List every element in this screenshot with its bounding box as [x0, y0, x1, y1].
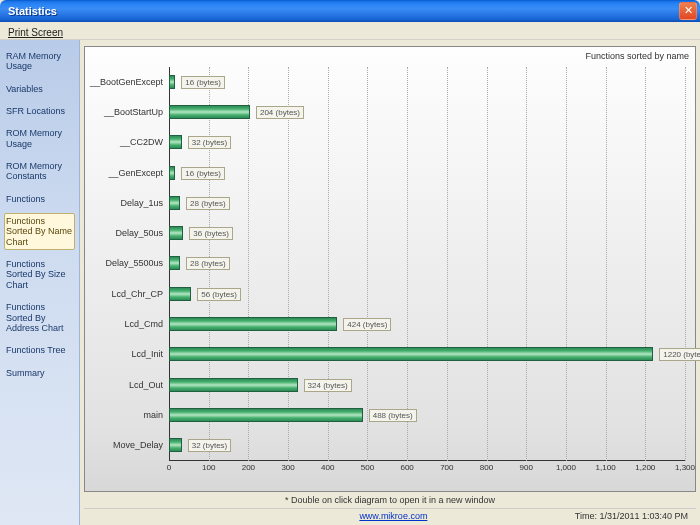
bar-category-label: Lcd_Chr_CP [111, 289, 163, 299]
gridline [685, 67, 686, 461]
bar-category-label: Move_Delay [113, 440, 163, 450]
bar-value-label: 16 (bytes) [181, 76, 225, 89]
bar-rect[interactable] [169, 226, 183, 240]
x-tick-label: 1,200 [635, 463, 655, 472]
bar-value-label: 28 (bytes) [186, 197, 230, 210]
title-bar: Statistics ✕ [0, 0, 700, 22]
x-tick-label: 0 [167, 463, 171, 472]
bar-row: Lcd_Init1220 (bytes) [169, 347, 685, 361]
bar-category-label: __CC2DW [120, 137, 163, 147]
x-tick-label: 500 [361, 463, 374, 472]
bar-row: Lcd_Cmd424 (bytes) [169, 317, 685, 331]
x-tick-label: 600 [400, 463, 413, 472]
window-body: RAM Memory UsageVariablesSFR LocationsRO… [0, 40, 700, 525]
sidebar-item-ram-memory-usage[interactable]: RAM Memory Usage [4, 48, 75, 75]
bar-rect[interactable] [169, 75, 175, 89]
bar-category-label: Lcd_Cmd [124, 319, 163, 329]
bar-row: __BootGenExcept16 (bytes) [169, 75, 685, 89]
bar-value-label: 36 (bytes) [189, 227, 233, 240]
close-button[interactable]: ✕ [679, 2, 697, 20]
sidebar-item-fn-sorted-name[interactable]: Functions Sorted By Name Chart [4, 213, 75, 250]
bar-category-label: Delay_50us [115, 228, 163, 238]
sidebar-item-rom-memory-usage[interactable]: ROM Memory Usage [4, 125, 75, 152]
bar-category-label: Delay_5500us [105, 258, 163, 268]
sidebar-item-summary[interactable]: Summary [4, 365, 75, 381]
x-tick-label: 100 [202, 463, 215, 472]
x-tick-label: 1,000 [556, 463, 576, 472]
bar-rect[interactable] [169, 166, 175, 180]
bar-rect[interactable] [169, 378, 298, 392]
bar-row: Move_Delay32 (bytes) [169, 438, 685, 452]
sidebar-item-functions[interactable]: Functions [4, 191, 75, 207]
bar-category-label: __BootStartUp [104, 107, 163, 117]
bar-rect[interactable] [169, 105, 250, 119]
bar-rect[interactable] [169, 196, 180, 210]
bar-value-label: 28 (bytes) [186, 257, 230, 270]
window-title: Statistics [8, 5, 57, 17]
x-tick-label: 300 [281, 463, 294, 472]
bar-row: Delay_5500us28 (bytes) [169, 256, 685, 270]
timestamp: Time: 1/31/2011 1:03:40 PM [575, 511, 688, 521]
bar-category-label: __GenExcept [108, 168, 163, 178]
bar-rect[interactable] [169, 317, 337, 331]
bar-rect[interactable] [169, 256, 180, 270]
x-tick-label: 1,100 [596, 463, 616, 472]
x-axis [169, 460, 685, 461]
bar-rect[interactable] [169, 135, 182, 149]
bar-value-label: 32 (bytes) [188, 439, 232, 452]
bar-rect[interactable] [169, 438, 182, 452]
bar-value-label: 56 (bytes) [197, 288, 241, 301]
bar-row: __CC2DW32 (bytes) [169, 135, 685, 149]
chart-title: Functions sorted by name [585, 51, 689, 61]
bar-category-label: Delay_1us [120, 198, 163, 208]
mikroe-link[interactable]: www.mikroe.com [359, 511, 427, 521]
bar-row: Lcd_Out324 (bytes) [169, 378, 685, 392]
bar-category-label: __BootGenExcept [90, 77, 163, 87]
x-tick-label: 800 [480, 463, 493, 472]
sidebar-item-fn-sorted-size[interactable]: Functions Sorted By Size Chart [4, 256, 75, 293]
bar-value-label: 1220 (bytes) [659, 348, 700, 361]
sidebar-item-rom-memory-constants[interactable]: ROM Memory Constants [4, 158, 75, 185]
menu-bar: Print Screen [0, 22, 700, 40]
bar-row: Lcd_Chr_CP56 (bytes) [169, 287, 685, 301]
bar-row: __GenExcept16 (bytes) [169, 166, 685, 180]
chart-plot: 01002003004005006007008009001,0001,1001,… [169, 67, 685, 461]
sidebar-item-fn-sorted-addr[interactable]: Functions Sorted By Address Chart [4, 299, 75, 336]
bar-row: Delay_50us36 (bytes) [169, 226, 685, 240]
x-tick-label: 1,300 [675, 463, 695, 472]
sidebar: RAM Memory UsageVariablesSFR LocationsRO… [0, 40, 80, 525]
sidebar-item-sfr-locations[interactable]: SFR Locations [4, 103, 75, 119]
bar-category-label: Lcd_Init [131, 349, 163, 359]
bar-value-label: 204 (bytes) [256, 106, 304, 119]
bar-value-label: 424 (bytes) [343, 318, 391, 331]
bar-value-label: 16 (bytes) [181, 167, 225, 180]
x-tick-label: 900 [520, 463, 533, 472]
sidebar-item-fn-tree[interactable]: Functions Tree [4, 342, 75, 358]
bar-row: __BootStartUp204 (bytes) [169, 105, 685, 119]
x-tick-label: 200 [242, 463, 255, 472]
main-panel: Functions sorted by name 010020030040050… [80, 40, 700, 525]
statistics-window: Statistics ✕ Print Screen RAM Memory Usa… [0, 0, 700, 525]
footer-bar: www.mikroe.com Time: 1/31/2011 1:03:40 P… [84, 508, 696, 523]
x-tick-label: 700 [440, 463, 453, 472]
x-tick-label: 400 [321, 463, 334, 472]
bar-value-label: 324 (bytes) [304, 379, 352, 392]
bar-row: main488 (bytes) [169, 408, 685, 422]
bar-category-label: main [143, 410, 163, 420]
print-screen-menu[interactable]: Print Screen [4, 25, 67, 40]
chart-hint: * Double on click diagram to open it in … [84, 492, 696, 508]
bar-rect[interactable] [169, 287, 191, 301]
bar-value-label: 32 (bytes) [188, 136, 232, 149]
bar-category-label: Lcd_Out [129, 380, 163, 390]
bar-row: Delay_1us28 (bytes) [169, 196, 685, 210]
bar-value-label: 488 (bytes) [369, 409, 417, 422]
bar-rect[interactable] [169, 347, 653, 361]
bar-rect[interactable] [169, 408, 363, 422]
sidebar-item-variables[interactable]: Variables [4, 81, 75, 97]
chart-area[interactable]: Functions sorted by name 010020030040050… [84, 46, 696, 492]
